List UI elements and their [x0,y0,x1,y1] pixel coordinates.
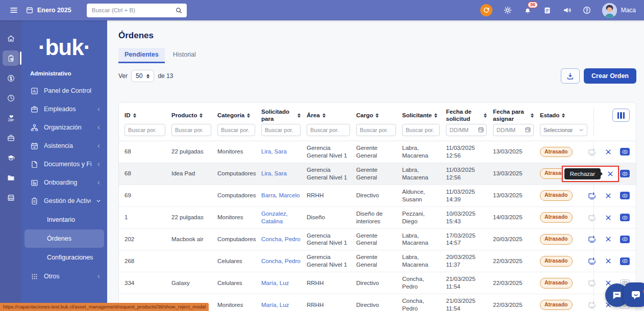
view-button[interactable] [620,214,630,221]
sidebar-item-label: Otros [44,273,91,280]
cell-id: 1 [125,211,171,224]
sidebar-subitem-configuraciones[interactable]: Configuraciones [24,248,104,267]
sidebar-item-panel-de-control[interactable]: Panel de Control [21,82,107,100]
cell-solicitado-para[interactable]: Barra, Marcelo [261,189,307,202]
sort-icon[interactable] [376,113,379,118]
help-icon[interactable] [582,6,591,15]
view-button[interactable] [620,170,630,177]
chevron-left-icon [96,125,101,130]
column-header-estado[interactable]: Estado [540,112,593,119]
sidebar-item-organizacion[interactable]: Organización [21,118,107,137]
time-clock-icon[interactable] [480,4,492,16]
announcements-megaphone-icon[interactable] [562,6,572,15]
reject-button[interactable] [605,192,612,199]
cell-solicitado-para[interactable]: Concha, Pedro [261,254,307,268]
assign-button[interactable] [587,300,597,309]
cell-solicitado-para[interactable]: María, Luz [261,298,307,311]
cell-solicitado-para[interactable]: Concha, Pedro [261,232,307,246]
sidebar-item-documentos-y-firma[interactable]: Documentos y Firma [21,155,107,173]
actions-header [593,108,636,123]
column-header-solicitado-para[interactable]: Solicitado para [261,108,307,123]
column-header-categoria[interactable]: Categoría [217,112,261,119]
column-header-area[interactable]: Área [307,112,356,119]
sort-icon[interactable] [200,113,203,118]
cell-categoria: Celulares [217,276,261,290]
reject-button[interactable] [605,214,612,221]
assign-button[interactable] [587,278,597,288]
tab-pendientes[interactable]: Pendientes [118,48,165,63]
sidebar-item-gestion-de-activos[interactable]: Gestión de Activos [21,192,107,210]
view-button[interactable] [620,236,630,243]
sidebar-subitem-inventario[interactable]: Inventario [24,211,104,229]
filter-input-cargo[interactable] [356,124,396,136]
rail-files-folder-icon[interactable] [3,170,19,185]
filter-input-area[interactable] [307,124,350,136]
filter-select-estado[interactable]: Seleccionar [540,124,587,136]
assign-button[interactable] [587,191,597,200]
cell-solicitado-para[interactable]: Lira, Sara [261,145,307,159]
filter-date-fecha-de-solicitud[interactable] [446,124,487,136]
assign-button[interactable] [587,256,597,266]
sort-icon[interactable] [484,113,487,118]
cell-solicitado-para[interactable]: Gonzalez, Catalina [261,207,307,228]
column-header-id[interactable]: ID [125,112,171,119]
rail-asset-clipboard-icon[interactable] [3,50,19,66]
filter-input-categoria[interactable] [217,124,255,136]
rail-home-icon[interactable] [3,31,19,46]
page-size-select[interactable]: 50 [131,70,154,82]
filter-date-fecha-para-asignar[interactable] [493,124,534,136]
sort-icon[interactable] [133,113,136,118]
sidebar-item-asistencia[interactable]: Asistencia [21,137,107,155]
assign-button[interactable] [587,213,597,222]
view-button[interactable] [620,257,630,265]
filter-input-producto[interactable] [171,124,211,136]
columns-settings-button[interactable] [612,109,630,122]
column-header-solicitante[interactable]: Solicitante [402,112,446,119]
create-order-button[interactable]: Crear Orden [584,68,636,84]
cell-solicitado-para[interactable]: Lira, Sara [261,167,307,180]
rail-training-cap-icon[interactable] [3,150,19,165]
user-avatar[interactable] [602,3,617,18]
filter-input-id[interactable] [125,124,165,136]
reject-button[interactable] [607,170,614,177]
reject-button[interactable] [605,257,612,265]
sort-icon[interactable] [434,113,437,118]
view-button[interactable] [620,192,630,199]
cell-solicitado-para[interactable]: María, Luz [261,276,307,290]
filter-input-solicitante[interactable] [402,124,440,136]
rail-time-clock-icon[interactable] [3,90,19,106]
column-header-cargo[interactable]: Cargo [356,112,402,119]
view-button[interactable] [620,148,630,156]
sidebar-item-otros[interactable]: Otros [21,267,107,286]
notes-icon[interactable] [543,6,552,15]
sort-icon[interactable] [323,113,326,118]
period-selector[interactable]: Enero 2025 [26,6,71,14]
assign-button[interactable] [587,235,597,244]
tab-historial[interactable]: Historial [167,48,202,63]
filter-input-solicitado-para[interactable] [261,124,301,136]
sort-icon[interactable] [247,113,250,118]
rail-benefits-hand-heart-icon[interactable] [3,110,19,125]
column-header-fecha-de-solicitud[interactable]: Fecha de solicitud [446,108,493,123]
download-button[interactable] [561,68,580,84]
notifications-bell-icon[interactable]: 36 [523,6,532,15]
rail-payroll-coin-icon[interactable] [3,70,19,86]
sidebar-item-empleados[interactable]: Empleados [21,100,107,118]
rail-workplace-desk-icon[interactable] [3,190,19,205]
reject-button[interactable] [605,148,612,156]
reject-button[interactable] [605,236,612,243]
settings-gear-icon[interactable] [503,6,512,15]
sort-icon[interactable] [562,113,565,118]
hamburger-menu-icon[interactable] [9,6,18,15]
support-chat-fab[interactable] [624,282,644,307]
sidebar-subitem-ordenes[interactable]: Órdenes [24,229,104,248]
rail-lunch-box-icon[interactable] [3,130,19,145]
assign-button[interactable] [587,147,597,157]
column-header-fecha-para-asignar[interactable]: Fecha para asignar [493,108,540,123]
sort-icon[interactable] [531,113,534,118]
search-input[interactable] [92,7,175,13]
global-search[interactable] [87,4,187,17]
sidebar-item-onboarding[interactable]: Onboarding [21,173,107,192]
sort-icon[interactable] [298,113,301,118]
column-header-producto[interactable]: Producto [171,112,217,119]
